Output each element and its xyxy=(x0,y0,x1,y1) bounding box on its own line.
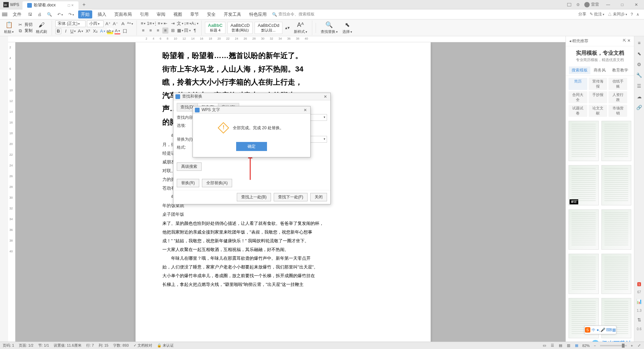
net-icon[interactable]: ⇅ xyxy=(636,316,643,323)
distribute-icon[interactable]: ⊞ xyxy=(170,28,176,34)
cat-hr[interactable]: 人资行政 xyxy=(608,91,627,103)
shading-icon[interactable]: ▦ xyxy=(177,28,183,34)
ime-keyboard-icon[interactable]: ⌨ xyxy=(606,328,612,332)
panel-close-icon[interactable]: ⇱ ✕ xyxy=(623,38,631,44)
chart-icon[interactable]: 📊 xyxy=(636,298,643,305)
find-next-button[interactable]: 查找下一处(F) xyxy=(274,193,308,201)
align-justify-icon[interactable]: ≡ xyxy=(162,28,168,34)
line-spacing-icon[interactable]: ↕≡ xyxy=(184,20,191,27)
maximize-button[interactable]: □ xyxy=(617,1,627,8)
copy-icon[interactable]: ⧉ xyxy=(17,28,23,34)
cat-poster[interactable]: 宣传海报 xyxy=(589,78,607,90)
template-thumb[interactable] xyxy=(569,121,599,161)
paste-button[interactable]: 📋粘贴 xyxy=(3,20,15,35)
tab-view[interactable]: 视图 xyxy=(171,10,185,18)
cat-marketing[interactable]: 市场营销 xyxy=(608,105,627,117)
tab-start[interactable]: 开始 xyxy=(78,10,92,18)
zoom-slider[interactable] xyxy=(600,345,627,346)
tab-security[interactable]: 安全 xyxy=(204,10,218,18)
help-icon[interactable]: ? xyxy=(631,12,633,17)
clear-format-icon[interactable]: A̶ xyxy=(120,21,126,27)
undo-icon[interactable]: ↶ xyxy=(56,11,64,17)
sync-status[interactable]: △ 未同步 xyxy=(608,11,627,17)
template-thumb[interactable] xyxy=(601,121,632,161)
tab-section[interactable]: 章节 xyxy=(187,10,202,18)
view-print-icon[interactable]: ▭ xyxy=(542,343,547,348)
new-tab-button[interactable]: + xyxy=(78,2,90,8)
template-thumb[interactable] xyxy=(601,209,632,250)
decrease-indent-icon[interactable]: ⇤ xyxy=(162,20,168,27)
grow-font-icon[interactable]: A⁺ xyxy=(105,21,111,27)
style-scroll-icon[interactable]: ▴▾ xyxy=(284,25,290,31)
close-window-button[interactable]: ✕ xyxy=(631,1,641,8)
collapse-ribbon-icon[interactable]: ∧ xyxy=(636,12,639,17)
ime-punct-icon[interactable]: ●, xyxy=(596,328,600,332)
replace-button[interactable]: 替换(R) xyxy=(177,179,199,187)
highlight-icon[interactable]: ab xyxy=(107,28,113,34)
template-thumb[interactable] xyxy=(601,254,632,294)
bullet-list-icon[interactable]: ≡ xyxy=(140,20,146,27)
style-normal-web[interactable]: AaBbCcD普通(网站) xyxy=(227,22,253,34)
panel-tab-business[interactable]: 商务风 xyxy=(591,66,608,74)
template-thumb[interactable] xyxy=(569,209,599,250)
style-default[interactable]: AaBbCcDd默认段... xyxy=(255,22,282,34)
strike-button[interactable]: A̶ xyxy=(77,28,84,34)
ok-button[interactable]: 确定 xyxy=(236,142,267,151)
multilevel-list-icon[interactable]: ⋮≡ xyxy=(155,20,161,27)
bold-button[interactable]: B xyxy=(55,28,61,34)
style-heading4[interactable]: AaBbC标题 4 xyxy=(205,22,225,34)
annotate-button[interactable]: ✎ 批注 xyxy=(590,11,604,17)
cut-icon[interactable]: ✂ xyxy=(17,22,23,28)
cloud-icon[interactable]: ☁ xyxy=(636,93,643,100)
file-menu[interactable]: 文件 xyxy=(10,10,24,18)
view-web-icon[interactable]: ☰ xyxy=(550,343,555,348)
status-spellcheck[interactable]: ✓ 文档校对 xyxy=(133,343,152,348)
increase-indent-icon[interactable]: ⇥ xyxy=(170,20,176,27)
italic-button[interactable]: I xyxy=(63,28,69,34)
fit-icon[interactable]: ⤢ xyxy=(637,343,641,348)
new-style-button[interactable]: Aᴬ新样式 xyxy=(292,20,309,35)
cat-contract[interactable]: 合同大全 xyxy=(569,91,587,103)
tab-review[interactable]: 审阅 xyxy=(154,10,168,18)
close-icon[interactable]: ✕ xyxy=(322,94,328,99)
cat-letter[interactable]: 信纸手账 xyxy=(608,78,627,90)
close-button[interactable]: 关闭 xyxy=(310,193,327,201)
tab-layout[interactable]: 页面布局 xyxy=(112,10,135,18)
sort-icon[interactable]: A↓ xyxy=(192,20,198,27)
ime-logo-icon[interactable]: S xyxy=(585,327,590,333)
text-direction-icon[interactable]: 文 xyxy=(177,20,183,27)
show-marks-icon[interactable]: ¶ xyxy=(192,28,198,34)
close-tab-icon[interactable]: □ × xyxy=(68,3,74,8)
view-grid-icon[interactable]: ▦ xyxy=(574,343,579,348)
template-thumb[interactable] xyxy=(569,165,599,205)
select-tool-icon[interactable]: ⬉ xyxy=(636,50,643,57)
status-page-no[interactable]: 页码: 1 xyxy=(3,343,14,348)
font-size-select[interactable]: 小四 xyxy=(87,20,104,27)
cat-exam[interactable]: 试题试卷 xyxy=(569,105,587,117)
hamburger-icon[interactable] xyxy=(2,13,7,16)
template-thumb[interactable] xyxy=(601,165,632,205)
command-search[interactable]: 🔍 查找命令、搜索模板 xyxy=(272,11,315,17)
redo-icon[interactable]: ↷ xyxy=(67,11,75,17)
change-case-icon[interactable]: ᴬᵃ xyxy=(127,21,133,27)
view-outline-icon[interactable]: ▤ xyxy=(558,343,563,348)
subscript-icon[interactable]: X₂ xyxy=(92,28,98,34)
template-thumb[interactable] xyxy=(569,254,599,294)
outline-icon[interactable]: ☰ xyxy=(636,83,643,89)
ime-toolbar[interactable]: S 中 ●, 🎤 ⌨ ▦ xyxy=(584,326,616,334)
status-auth[interactable]: 🔒 未认证 xyxy=(157,343,174,348)
panel-tab-education[interactable]: 教育教学 xyxy=(609,66,631,74)
notification-badge[interactable]: 1 xyxy=(637,282,641,286)
settings-icon[interactable]: ⚙ xyxy=(636,61,643,68)
print-icon[interactable]: 🖨 xyxy=(36,11,43,17)
tab-dev[interactable]: 开发工具 xyxy=(221,10,244,18)
tab-insert[interactable]: 插入 xyxy=(95,10,109,18)
text-effect-icon[interactable]: A xyxy=(100,28,106,34)
font-name-select[interactable]: 宋体 (正文) xyxy=(55,20,86,27)
shrink-font-icon[interactable]: A⁻ xyxy=(112,21,118,27)
view-read-icon[interactable]: ▥ xyxy=(566,343,571,348)
char-border-icon[interactable]: 囗 xyxy=(122,28,128,34)
border-icon[interactable]: 田 xyxy=(184,28,191,34)
tab-reference[interactable]: 引用 xyxy=(137,10,151,18)
superscript-icon[interactable]: X² xyxy=(85,28,91,34)
